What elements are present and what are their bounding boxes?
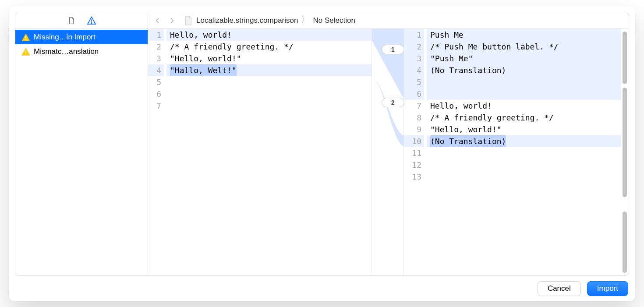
- breadcrumb-selection[interactable]: No Selection: [313, 16, 355, 25]
- tab-files-icon[interactable]: [67, 16, 76, 25]
- main-panel: Localizable.strings.comparison 〉 No Sele…: [148, 12, 629, 275]
- right-code-line[interactable]: [427, 159, 621, 171]
- import-button[interactable]: Import: [587, 281, 628, 296]
- issue-label: Missing…in Import: [34, 33, 142, 42]
- tab-warnings-icon[interactable]: [87, 16, 96, 25]
- breadcrumb-bar: Localizable.strings.comparison 〉 No Sele…: [148, 12, 629, 29]
- cancel-button[interactable]: Cancel: [538, 281, 581, 296]
- sidebar-tab-bar: [15, 12, 148, 29]
- issue-row-mismatched-translation[interactable]: Mismatc…anslation: [15, 44, 148, 59]
- diff-right-pane[interactable]: 12345678910111213 Push Me/* Push Me butt…: [404, 29, 629, 275]
- issue-row-missing-in-import[interactable]: Missing…in Import: [15, 30, 148, 44]
- right-code-line[interactable]: [427, 147, 621, 159]
- issue-label: Mismatc…anslation: [34, 47, 142, 56]
- left-code-line[interactable]: /* A friendly greeting. */: [166, 41, 372, 53]
- left-code-line[interactable]: "Hallo, Welt!": [166, 64, 372, 76]
- right-code-line[interactable]: "Push Me": [427, 53, 621, 64]
- right-code-line[interactable]: [427, 76, 621, 88]
- diff-change-badge-2[interactable]: 2: [382, 98, 404, 107]
- diff-left-pane[interactable]: 1234567 Hello, world!/* A friendly greet…: [148, 29, 372, 275]
- svg-point-5: [25, 53, 26, 54]
- svg-point-3: [25, 39, 26, 39]
- diff-change-badge-1[interactable]: 1: [382, 45, 404, 54]
- breadcrumb-separator-icon: 〉: [300, 13, 311, 26]
- svg-rect-2: [25, 35, 26, 38]
- content-area: Missing…in Import Mismatc…anslation: [15, 12, 629, 276]
- right-code-line[interactable]: Push Me: [427, 29, 621, 41]
- nav-forward-button[interactable]: [166, 14, 178, 27]
- right-code-line[interactable]: Hello, world!: [427, 100, 621, 112]
- issues-list: Missing…in Import Mismatc…anslation: [15, 29, 148, 275]
- diff-change-gutter: 1 2: [372, 29, 404, 275]
- right-code-line[interactable]: "Hello, world!": [427, 124, 621, 135]
- right-code-line[interactable]: (No Translation): [427, 135, 621, 147]
- warning-icon: [21, 33, 30, 42]
- nav-back-button[interactable]: [152, 14, 164, 27]
- left-code-line[interactable]: Hello, world!: [166, 29, 372, 41]
- right-code-line[interactable]: /* Push Me button label. */: [427, 41, 621, 53]
- vertical-scrollbar[interactable]: [622, 31, 628, 274]
- svg-rect-4: [25, 50, 26, 53]
- diff-editor: 1234567 Hello, world!/* A friendly greet…: [148, 29, 629, 275]
- left-code-line[interactable]: [166, 100, 372, 112]
- issues-sidebar: Missing…in Import Mismatc…anslation: [15, 12, 148, 275]
- svg-point-1: [91, 22, 92, 23]
- right-code-line[interactable]: /* A friendly greeting. */: [427, 112, 621, 124]
- warning-icon: [21, 47, 30, 56]
- import-localization-sheet: Missing…in Import Mismatc…anslation: [9, 6, 635, 301]
- dialog-footer: Cancel Import: [9, 276, 635, 301]
- left-code-line[interactable]: [166, 76, 372, 88]
- right-code-line[interactable]: (No Translation): [427, 64, 621, 76]
- left-code-line[interactable]: "Hello, world!": [166, 53, 372, 64]
- file-icon: [184, 15, 193, 26]
- right-code-line[interactable]: [427, 88, 621, 100]
- right-code-line[interactable]: [427, 171, 621, 183]
- breadcrumb-file[interactable]: Localizable.strings.comparison: [196, 16, 298, 25]
- left-code-line[interactable]: [166, 88, 372, 100]
